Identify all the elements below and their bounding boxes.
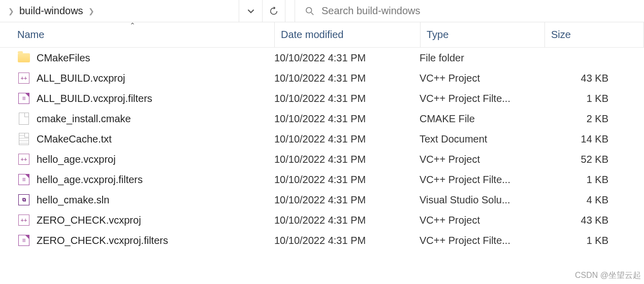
cell-type: VC++ Project Filte...	[420, 93, 543, 104]
chevron-down-icon	[247, 8, 254, 15]
cell-type: VC++ Project	[420, 154, 543, 165]
cell-name: CMakeFiles	[17, 51, 274, 64]
cell-date: 10/10/2022 4:31 PM	[274, 93, 420, 104]
breadcrumb-current[interactable]: build-windows	[19, 5, 83, 17]
chevron-right-icon: ❯	[3, 7, 19, 15]
cell-size: 43 KB	[543, 73, 615, 84]
vcxproj-icon: ++	[17, 72, 30, 85]
file-name: hello_cmake.sln	[37, 194, 109, 206]
file-row[interactable]: ++hello_age.vcxproj10/10/2022 4:31 PMVC+…	[0, 149, 644, 169]
cell-name: ⧉hello_cmake.sln	[17, 193, 274, 206]
watermark: CSDN @坐望云起	[575, 270, 641, 281]
cell-date: 10/10/2022 4:31 PM	[274, 215, 420, 226]
file-name: ALL_BUILD.vcxproj.filters	[37, 93, 152, 104]
file-name: ZERO_CHECK.vcxproj.filters	[37, 235, 168, 246]
cell-date: 10/10/2022 4:31 PM	[274, 235, 420, 246]
cell-name: ++hello_age.vcxproj	[17, 153, 274, 166]
breadcrumb[interactable]: ❯ build-windows ❯	[0, 0, 239, 22]
cell-type: CMAKE File	[420, 113, 543, 125]
filters-icon: ≡	[17, 173, 30, 186]
cell-size: 43 KB	[543, 215, 615, 226]
file-list: CMakeFiles10/10/2022 4:31 PMFile folder+…	[0, 48, 644, 251]
cell-date: 10/10/2022 4:31 PM	[274, 194, 420, 206]
refresh-icon	[269, 7, 278, 16]
file-row[interactable]: ⧉hello_cmake.sln10/10/2022 4:31 PMVisual…	[0, 190, 644, 210]
cell-size: 1 KB	[543, 174, 615, 186]
solution-icon: ⧉	[17, 193, 30, 206]
file-name: CMakeFiles	[37, 52, 90, 64]
cell-type: VC++ Project Filte...	[420, 174, 543, 186]
cell-size: 52 KB	[543, 154, 615, 165]
cell-size: 1 KB	[543, 93, 615, 104]
svg-line-1	[311, 12, 314, 15]
file-row[interactable]: ≡ALL_BUILD.vcxproj.filters10/10/2022 4:3…	[0, 88, 644, 109]
cell-name: CMakeCache.txt	[17, 132, 274, 146]
cell-type: VC++ Project	[420, 73, 543, 84]
cell-size: 4 KB	[543, 194, 615, 206]
cell-type: File folder	[420, 52, 543, 64]
cell-date: 10/10/2022 4:31 PM	[274, 174, 420, 186]
file-row[interactable]: CMakeCache.txt10/10/2022 4:31 PMText Doc…	[0, 129, 644, 149]
svg-point-0	[306, 7, 312, 13]
vcxproj-icon: ++	[17, 214, 30, 227]
file-name: hello_age.vcxproj	[37, 154, 116, 165]
file-name: ALL_BUILD.vcxproj	[37, 73, 125, 84]
cell-name: ≡hello_age.vcxproj.filters	[17, 173, 274, 186]
column-header-date[interactable]: Date modified	[275, 29, 420, 41]
address-toolbar: ❯ build-windows ❯ Search build-windows	[0, 0, 644, 22]
vcxproj-icon: ++	[17, 153, 30, 166]
cell-name: cmake_install.cmake	[17, 112, 274, 125]
file-name: ZERO_CHECK.vcxproj	[37, 215, 141, 226]
text-file-icon	[17, 132, 30, 146]
cell-name: ++ALL_BUILD.vcxproj	[17, 72, 274, 85]
cell-type: Visual Studio Solu...	[420, 194, 543, 206]
cell-size: 1 KB	[543, 235, 615, 246]
cell-date: 10/10/2022 4:31 PM	[274, 73, 420, 84]
column-header-size[interactable]: Size	[545, 29, 643, 41]
search-input[interactable]: Search build-windows	[295, 0, 644, 22]
cell-type: VC++ Project Filte...	[420, 235, 543, 246]
folder-icon	[17, 51, 30, 64]
file-row[interactable]: ++ALL_BUILD.vcxproj10/10/2022 4:31 PMVC+…	[0, 68, 644, 88]
cell-date: 10/10/2022 4:31 PM	[274, 52, 420, 64]
file-name: hello_age.vcxproj.filters	[37, 174, 143, 186]
cell-type: Text Document	[420, 133, 543, 145]
cell-size: 2 KB	[543, 113, 615, 125]
search-icon	[305, 7, 314, 16]
cell-size: 14 KB	[543, 133, 615, 145]
cell-date: 10/10/2022 4:31 PM	[274, 133, 420, 145]
cell-name: ++ZERO_CHECK.vcxproj	[17, 214, 274, 227]
chevron-right-icon: ❯	[83, 7, 100, 15]
cell-name: ≡ALL_BUILD.vcxproj.filters	[17, 92, 274, 105]
file-name: CMakeCache.txt	[37, 133, 112, 145]
file-row[interactable]: ≡ZERO_CHECK.vcxproj.filters10/10/2022 4:…	[0, 230, 644, 251]
column-header-name[interactable]: Name	[17, 29, 274, 41]
cell-date: 10/10/2022 4:31 PM	[274, 154, 420, 165]
address-dropdown-button[interactable]	[239, 0, 262, 22]
column-header-row: ⌃ Name Date modified Type Size	[0, 22, 644, 48]
file-icon	[17, 112, 30, 125]
filters-icon: ≡	[17, 92, 30, 105]
file-row[interactable]: ≡hello_age.vcxproj.filters10/10/2022 4:3…	[0, 169, 644, 190]
column-header-type[interactable]: Type	[421, 29, 544, 41]
refresh-button[interactable]	[262, 0, 285, 22]
search-placeholder: Search build-windows	[321, 5, 421, 17]
file-row[interactable]: cmake_install.cmake10/10/2022 4:31 PMCMA…	[0, 109, 644, 129]
file-name: cmake_install.cmake	[37, 113, 131, 125]
filters-icon: ≡	[17, 234, 30, 247]
file-row[interactable]: ++ZERO_CHECK.vcxproj10/10/2022 4:31 PMVC…	[0, 210, 644, 230]
cell-name: ≡ZERO_CHECK.vcxproj.filters	[17, 234, 274, 247]
file-row[interactable]: CMakeFiles10/10/2022 4:31 PMFile folder	[0, 48, 644, 68]
cell-type: VC++ Project	[420, 215, 543, 226]
cell-date: 10/10/2022 4:31 PM	[274, 113, 420, 125]
sort-indicator-icon: ⌃	[130, 21, 136, 29]
